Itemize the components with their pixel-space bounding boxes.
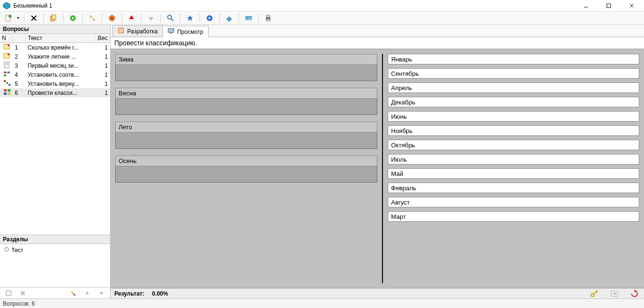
draggable-item[interactable]: Апрель (388, 82, 639, 93)
category-dropzone[interactable] (115, 133, 377, 149)
question-row[interactable]: 2Укажите летние ...1 (0, 52, 110, 61)
question-row[interactable]: 4Установить соотв...1 (0, 70, 110, 79)
eraser-button[interactable] (223, 12, 235, 24)
section-up-button[interactable] (81, 287, 93, 299)
draggable-item[interactable]: Сентябрь (388, 68, 639, 79)
svg-rect-11 (52, 15, 56, 20)
category-label: Весна (115, 88, 377, 99)
question-icon (0, 88, 13, 97)
new-dropdown[interactable] (16, 12, 20, 24)
sections-tree[interactable]: Тест (0, 244, 110, 287)
col-header-icon[interactable] (13, 34, 26, 43)
svg-point-21 (168, 15, 171, 19)
print-button[interactable] (262, 12, 274, 24)
draggable-item[interactable]: Июль (388, 154, 639, 164)
minimize-button[interactable] (576, 0, 595, 11)
svg-marker-20 (149, 17, 153, 21)
new-button[interactable] (3, 12, 14, 24)
svg-rect-2 (607, 4, 611, 8)
svg-marker-7 (17, 17, 20, 19)
search-button[interactable] (165, 12, 176, 24)
question-row[interactable]: 1Сколько времён г...1 (0, 43, 110, 52)
col-header-weight[interactable]: Вес (95, 34, 110, 43)
copy-button[interactable] (48, 12, 59, 24)
new-section-button[interactable] (3, 287, 14, 299)
draggable-item[interactable]: Октябрь (388, 140, 639, 150)
category-block: Весна (115, 88, 377, 115)
question-number: 6 (13, 88, 26, 97)
move-down-button[interactable] (145, 12, 157, 24)
question-icon (0, 52, 13, 61)
category-dropzone[interactable] (115, 99, 377, 115)
html-button[interactable]: HTML (243, 12, 254, 24)
question-weight: 1 (95, 88, 110, 97)
draggable-item[interactable]: Ноябрь (388, 125, 639, 136)
draggable-item[interactable]: Декабрь (388, 97, 639, 107)
question-text: Первый месяц зи... (26, 61, 95, 70)
favorite-button[interactable] (184, 12, 196, 24)
delete-section-button[interactable] (17, 287, 29, 299)
delete-button[interactable] (28, 12, 40, 24)
draggable-item[interactable]: Август (388, 197, 639, 207)
col-header-n[interactable]: N (0, 34, 13, 43)
svg-marker-56 (100, 292, 103, 295)
questions-list[interactable]: N Текст Вес 1Сколько времён г...12Укажит… (0, 34, 110, 235)
svg-line-22 (171, 19, 173, 21)
section-tools-button[interactable] (67, 287, 79, 299)
category-dropzone[interactable] (115, 166, 377, 183)
draggable-item[interactable]: Март (388, 211, 639, 222)
tab-preview[interactable]: Просмотр (162, 26, 209, 37)
draggable-item[interactable]: Июнь (388, 111, 639, 122)
question-row[interactable]: 3Первый месяц зи...1 (0, 61, 110, 70)
diamond-icon (4, 246, 10, 254)
category-label: Лето (115, 122, 377, 133)
question-row[interactable]: 6Провести класси...1 (0, 88, 110, 97)
col-header-text[interactable]: Текст (26, 34, 95, 43)
svg-marker-55 (85, 291, 89, 294)
svg-rect-31 (267, 19, 270, 21)
close-button[interactable] (622, 0, 641, 11)
draggable-item[interactable]: Май (388, 168, 639, 179)
svg-rect-46 (4, 89, 7, 92)
prev-button[interactable] (609, 288, 620, 299)
svg-rect-45 (9, 84, 10, 86)
titlebar: Безымянный 1 (0, 0, 644, 11)
result-value: 0.00% (152, 290, 168, 297)
draggable-item[interactable]: Февраль (388, 183, 639, 193)
category-block: Осень (115, 155, 377, 183)
question-number: 1 (13, 43, 26, 52)
category-block: Лето (115, 122, 377, 149)
stop-button[interactable] (106, 12, 118, 24)
svg-rect-59 (170, 33, 172, 34)
sections-pane: Разделы Тест (0, 235, 110, 287)
category-dropzone[interactable] (115, 65, 377, 81)
question-icon (0, 70, 13, 79)
tab-design[interactable]: Разработка (112, 25, 163, 37)
design-icon (118, 27, 124, 35)
section-down-button[interactable] (96, 287, 107, 299)
svg-rect-39 (4, 72, 6, 73)
svg-point-15 (93, 19, 95, 21)
svg-rect-49 (8, 92, 10, 95)
tools-button[interactable] (87, 12, 98, 24)
move-up-button[interactable] (126, 12, 137, 24)
tree-root[interactable]: Тест (3, 246, 107, 254)
items-column: ЯнварьСентябрьАпрельДекабрьИюньНоябрьОкт… (388, 54, 639, 283)
result-label: Результат: (114, 290, 144, 297)
window-title: Безымянный 1 (13, 2, 576, 9)
run-button[interactable] (67, 12, 79, 24)
reload-button[interactable] (629, 288, 640, 299)
question-row[interactable]: 5Установить верну...1 (0, 79, 110, 88)
question-text: Установить соотв... (26, 70, 95, 79)
right-pane: Разработка Просмотр Провести классификац… (111, 25, 644, 298)
draggable-item[interactable]: Январь (388, 54, 639, 64)
vertical-divider (382, 54, 383, 283)
svg-point-54 (71, 291, 73, 293)
maximize-button[interactable] (599, 0, 618, 11)
svg-rect-44 (6, 82, 8, 84)
questions-header: Вопросы (0, 25, 110, 34)
question-icon (0, 79, 13, 88)
play-button[interactable] (204, 12, 215, 24)
key-button[interactable] (589, 288, 600, 299)
svg-line-4 (630, 4, 634, 8)
